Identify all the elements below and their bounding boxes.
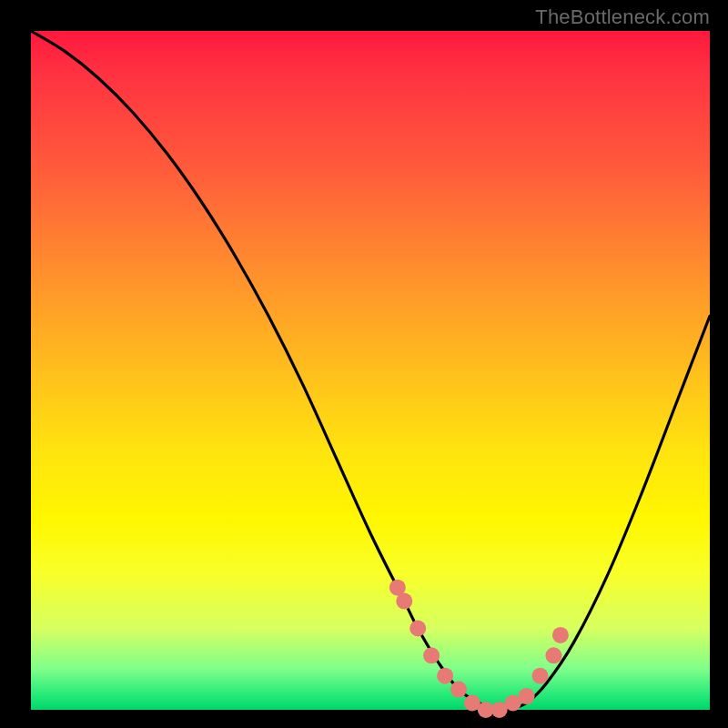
- chart-frame: TheBottleneck.com: [0, 0, 728, 728]
- attribution-text: TheBottleneck.com: [535, 5, 710, 29]
- plot-area: [31, 31, 710, 710]
